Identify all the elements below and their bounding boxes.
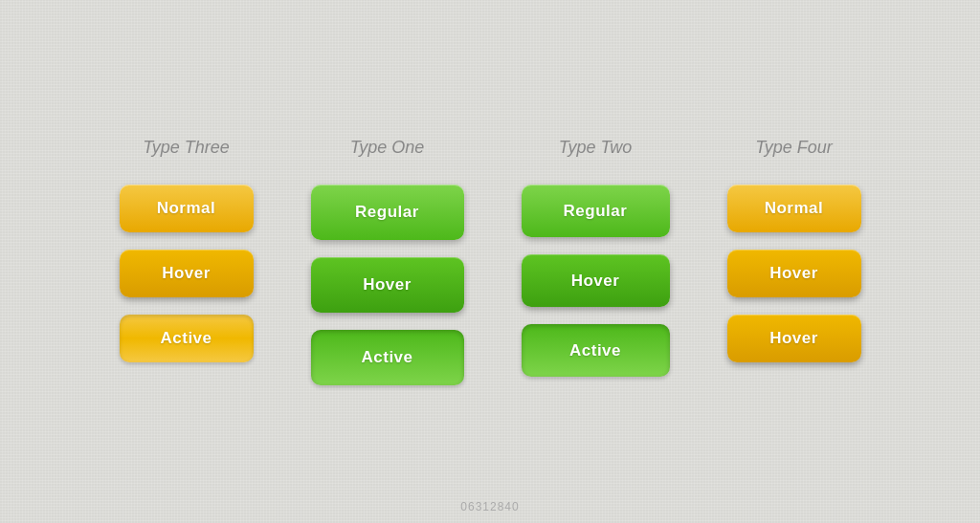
btn-type-one-regular[interactable]: Regular	[311, 185, 464, 240]
btn-type-one-hover[interactable]: Hover	[311, 257, 464, 313]
group-type-four: Type Four Normal Hover Hover	[727, 138, 861, 362]
group-type-one: Type One Regular Hover Active	[311, 138, 464, 385]
group-type-two-title: Type Two	[559, 138, 632, 158]
watermark: 06312840	[460, 500, 519, 513]
btn-type-three-hover[interactable]: Hover	[120, 250, 254, 297]
main-container: Type Three Normal Hover Active Type One …	[81, 99, 900, 424]
btn-type-one-active[interactable]: Active	[311, 330, 464, 385]
btn-type-two-active[interactable]: Active	[522, 324, 670, 377]
group-type-four-title: Type Four	[755, 138, 833, 158]
btn-type-three-active[interactable]: Active	[120, 315, 254, 362]
btn-type-two-regular[interactable]: Regular	[522, 185, 670, 237]
btn-type-four-normal[interactable]: Normal	[727, 185, 861, 232]
btn-type-three-normal[interactable]: Normal	[120, 185, 254, 232]
group-type-one-title: Type One	[350, 138, 425, 158]
group-type-three: Type Three Normal Hover Active	[120, 138, 254, 362]
btn-type-four-hover1[interactable]: Hover	[727, 250, 861, 297]
btn-type-two-hover[interactable]: Hover	[522, 254, 670, 307]
group-type-two: Type Two Regular Hover Active	[522, 138, 670, 377]
group-type-three-title: Type Three	[143, 138, 230, 158]
btn-type-four-hover2[interactable]: Hover	[727, 315, 861, 362]
